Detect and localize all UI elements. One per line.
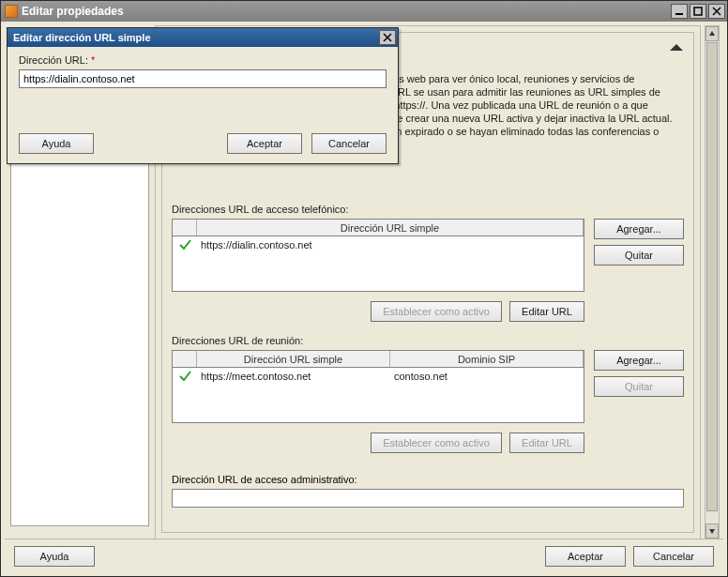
edit-url-close-button[interactable] <box>379 30 396 45</box>
properties-titlebar[interactable]: Editar propiedades <box>1 1 727 22</box>
required-asterisk-icon: * <box>91 54 95 66</box>
properties-window: Editar propiedades y estos las usarán pa… <box>0 0 728 577</box>
meet-row-sip: contoso.net <box>390 371 584 382</box>
dialin-row-url: https://dialin.contoso.net <box>197 239 312 251</box>
svg-marker-6 <box>709 529 715 534</box>
left-panel <box>10 160 149 526</box>
app-icon <box>5 5 18 18</box>
meet-table: Dirección URL simple Dominio SIP https:/… <box>172 350 584 423</box>
scroll-thumb[interactable] <box>706 42 718 511</box>
svg-rect-1 <box>694 8 702 15</box>
dialin-add-button[interactable]: Agregar... <box>594 219 684 239</box>
close-button[interactable] <box>708 4 725 19</box>
admin-url-input[interactable] <box>172 489 684 508</box>
meet-edit-button[interactable]: Editar URL <box>509 433 584 453</box>
meet-add-button[interactable]: Agregar... <box>594 350 684 371</box>
active-check-icon <box>173 370 197 383</box>
table-row[interactable]: https://meet.contoso.net contoso.net <box>173 368 584 385</box>
url-input[interactable] <box>19 69 387 88</box>
active-check-icon <box>173 238 197 251</box>
meet-remove-button[interactable]: Quitar <box>594 376 684 397</box>
dialin-set-active-button[interactable]: Establecer como activo <box>371 301 502 322</box>
meet-row-url: https://meet.contoso.net <box>197 371 390 382</box>
meet-section-label: Direcciones URL de reunión: <box>172 335 303 346</box>
url-field-label: Dirección URL: <box>19 54 88 66</box>
meet-col-url-header: Dirección URL simple <box>197 351 390 367</box>
collapse-toggle[interactable] <box>665 40 688 55</box>
svg-marker-4 <box>670 44 683 51</box>
properties-title: Editar propiedades <box>22 5 124 18</box>
meet-set-active-button[interactable]: Establecer como activo <box>371 433 502 453</box>
outer-accept-button[interactable]: Aceptar <box>545 546 626 567</box>
scroll-down-icon[interactable] <box>705 524 719 539</box>
edit-url-dialog: Editar dirección URL simple Dirección UR… <box>7 27 399 164</box>
dialin-remove-button[interactable]: Quitar <box>594 245 684 266</box>
dialin-section-label: Direcciones URL de acceso telefónico: <box>172 204 349 215</box>
modal-help-button[interactable]: Ayuda <box>19 133 94 154</box>
modal-accept-button[interactable]: Aceptar <box>227 133 302 154</box>
modal-cancel-button[interactable]: Cancelar <box>311 133 387 154</box>
meet-col-sip-header: Dominio SIP <box>390 351 584 367</box>
edit-url-title: Editar dirección URL simple <box>13 32 151 43</box>
dialin-edit-button[interactable]: Editar URL <box>509 301 584 322</box>
outer-help-button[interactable]: Ayuda <box>14 546 95 567</box>
vertical-scrollbar[interactable] <box>705 25 720 539</box>
dialin-col-url-header: Dirección URL simple <box>197 220 584 235</box>
admin-url-label: Dirección URL de acceso administrativo: <box>172 474 357 485</box>
scroll-up-icon[interactable] <box>705 26 719 41</box>
minimize-button[interactable] <box>671 4 688 19</box>
bottom-button-bar: Ayuda Aceptar Cancelar <box>5 539 723 572</box>
outer-cancel-button[interactable]: Cancelar <box>633 546 714 567</box>
dialin-table: Dirección URL simple https://dialin.cont… <box>172 219 584 292</box>
table-row[interactable]: https://dialin.contoso.net <box>173 236 584 253</box>
svg-marker-5 <box>709 31 715 36</box>
edit-url-titlebar[interactable]: Editar dirección URL simple <box>8 28 398 47</box>
maximize-button[interactable] <box>690 4 706 19</box>
